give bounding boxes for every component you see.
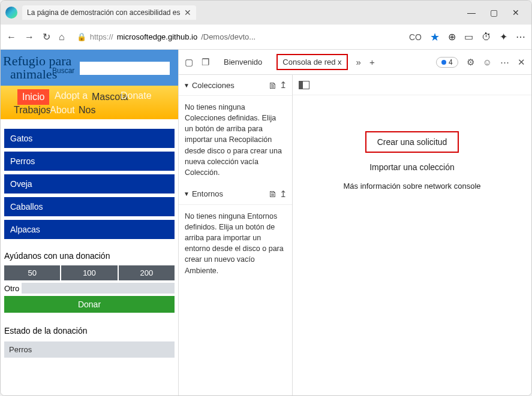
donation-status: Estado de la donación Perros [1,316,178,361]
upload-icon[interactable]: ↥ [279,80,287,90]
new-tab-icon[interactable]: + [369,57,375,67]
close-devtools-icon[interactable]: ✕ [518,57,525,68]
nav-trabajos[interactable]: Trabajos [14,105,51,116]
issues-badge[interactable]: 4 [436,57,458,68]
donar-button[interactable]: Donar [4,296,175,313]
browser-tab[interactable]: La página de demostración con accesibili… [22,5,196,20]
more-icon[interactable]: ⋯ [516,31,525,43]
animal-item[interactable]: Caballos [4,197,175,216]
refresh-button[interactable]: ↻ [43,31,50,43]
chevron-down-icon: ▼ [184,82,190,89]
copilot-icon[interactable]: ✦ [500,31,507,43]
title-bar: La página de demostración con accesibili… [1,1,531,25]
devtools-panel: ▢ ❐ Bienvenido Consola de red x » + 4 ⚙ … [179,50,531,395]
close-tab-icon[interactable]: ✕ [184,8,191,17]
lock-icon: 🔒 [77,32,86,41]
extensions-icon[interactable]: ⊕ [448,31,456,43]
window-minimize-button[interactable]: — [467,8,476,17]
feedback-icon[interactable]: ☺ [483,57,492,67]
status-label: Estado de la donación [4,326,175,335]
upload-icon[interactable]: ↥ [279,189,287,199]
devtools-main: Crear una solicitud Importar una colecci… [293,75,531,395]
create-request-button[interactable]: Crear una solicitud [365,131,459,153]
nav-inicio[interactable]: Inicio [17,89,49,105]
back-button[interactable]: ← [7,32,16,43]
more-tabs-icon[interactable]: » [356,57,361,67]
dt-more-icon[interactable]: ⋯ [500,57,509,68]
donate-amount-50[interactable]: 50 [4,265,61,280]
url-prefix: https:// [90,32,113,41]
address-bar[interactable]: 🔒 https://microsoftedge.github.io/Demos/… [73,32,401,41]
donate-amount-200[interactable]: 200 [119,265,175,280]
devtools-right-toolbar [293,75,531,95]
performance-icon[interactable]: ⏱ [482,32,491,43]
page-header: Refugio para animales Buscar [1,50,178,86]
browser-toolbar: ← → ↻ ⌂ 🔒 https://microsoftedge.github.i… [1,25,531,50]
url-path: /Demos/devto... [201,32,256,41]
nav-about[interactable]: About [50,105,75,116]
tab-network-console[interactable]: Consola de red x [276,54,347,70]
import-collection-link[interactable]: Importar una colección [369,162,455,172]
status-item: Perros [4,341,175,358]
home-button[interactable]: ⌂ [59,32,65,43]
donate-amount-100[interactable]: 100 [61,265,118,280]
forward-button[interactable]: → [25,32,34,43]
otro-label: Otro [4,284,19,293]
collections-header[interactable]: ▼ Colecciones 🗎 ↥ [179,75,292,96]
device-icon[interactable]: ❐ [202,57,209,68]
inspect-icon[interactable]: ▢ [185,57,193,68]
environments-empty-text: No tienes ninguna Entornos definidos. El… [179,205,292,282]
environments-header[interactable]: ▼ Entornos 🗎 ↥ [179,184,292,205]
chevron-down-icon: ▼ [184,191,190,197]
main-nav: Inicio Adopt a Mascota Donate Trabajos A… [1,86,178,119]
search-label: Buscar [52,66,74,75]
animal-item[interactable]: Oveja [4,174,175,194]
search-input[interactable] [80,62,170,75]
nav-adopt[interactable]: Adopt a [55,90,88,101]
url-host: microsoftedge.github.io [117,32,197,41]
page-content: Refugio para animales Buscar Inicio Adop… [1,50,179,395]
edge-icon [5,7,17,19]
window-close-button[interactable]: ✕ [512,8,519,17]
donate-label: Ayúdanos con una donación [4,251,175,261]
tab-welcome[interactable]: Bienvenido [218,54,268,70]
collections-empty-text: No tienes ninguna Colecciones definidas.… [179,96,292,184]
new-file-icon[interactable]: 🗎 [268,189,277,199]
nav-nos[interactable]: Nos [79,105,95,116]
otro-input[interactable] [22,283,175,294]
animal-item[interactable]: Alpacas [4,220,175,239]
animal-item[interactable]: Perros [4,152,175,171]
devtools-sidebar: ▼ Colecciones 🗎 ↥ No tienes ninguna Cole… [179,75,293,395]
settings-icon[interactable]: ⚙ [467,57,474,68]
collections-label: Colecciones [192,81,235,90]
co-indicator: CO [409,32,422,42]
devtools-toolbar: ▢ ❐ Bienvenido Consola de red x » + 4 ⚙ … [179,50,531,75]
environments-label: Entornos [192,189,223,198]
toggle-sidebar-icon[interactable] [299,81,309,89]
tab-title: La página de demostración con accesibili… [27,8,181,17]
favorite-icon[interactable]: ★ [430,31,440,44]
collections-icon[interactable]: ▭ [464,31,473,43]
more-info-link[interactable]: Más información sobre network console [343,182,480,191]
nav-donate[interactable]: Donate [121,90,152,101]
donate-section: Ayúdanos con una donación 50 100 200 Otr… [1,243,178,316]
animal-list: Gatos Perros Oveja Caballos Alpacas [1,119,178,243]
new-file-icon[interactable]: 🗎 [268,80,277,90]
window-maximize-button[interactable]: ▢ [490,8,498,17]
animal-item[interactable]: Gatos [4,129,175,148]
